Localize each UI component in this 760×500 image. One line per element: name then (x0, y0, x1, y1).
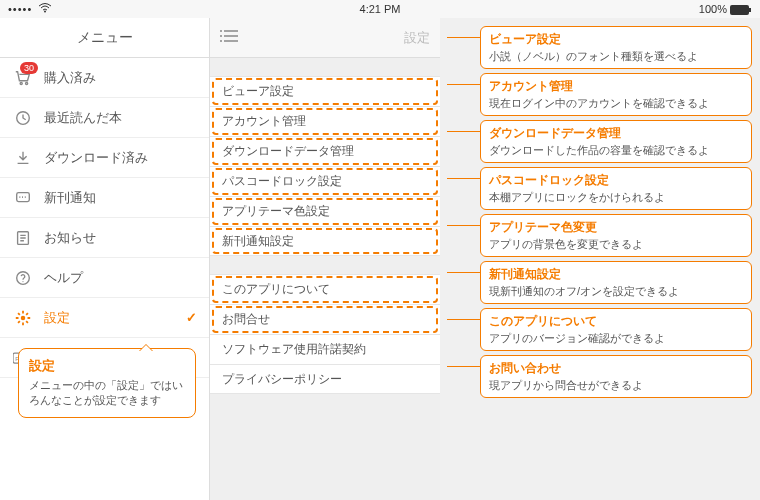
annotation-box: ビューア設定小説（ノベル）のフォント種類を選べるよ (480, 26, 752, 69)
settings-item[interactable]: 新刊通知設定 (210, 226, 440, 256)
settings-item[interactable]: アカウント管理 (210, 106, 440, 136)
settings-item[interactable]: ビューア設定 (210, 76, 440, 106)
settings-item[interactable]: プライバシーポリシー (210, 364, 440, 394)
sidebar-item-3[interactable]: 新刊通知 (0, 178, 209, 218)
sidebar-item-4[interactable]: お知らせ (0, 218, 209, 258)
annotation-title: アプリテーマ色変更 (489, 219, 743, 236)
wifi-icon (38, 3, 52, 15)
svg-point-3 (20, 82, 22, 84)
sidebar-title: メニュー (0, 18, 209, 58)
annotation-desc: 現在ログイン中のアカウントを確認できるよ (489, 96, 743, 111)
annotation-title: ダウンロードデータ管理 (489, 125, 743, 142)
annotation-desc: 現新刊通知のオフ/オンを設定できるよ (489, 284, 743, 299)
sidebar-item-0[interactable]: 購入済み30 (0, 58, 209, 98)
clock-icon (12, 109, 34, 127)
svg-point-0 (44, 11, 46, 13)
annotation-box: このアプリについてアプリのバージョン確認ができるよ (480, 308, 752, 351)
svg-point-18 (220, 40, 222, 42)
settings-callout: 設定 メニューの中の「設定」ではいろんなことが設定できます (18, 348, 196, 418)
signal-dots-icon: ••••• (8, 3, 32, 15)
annotation-box: パスコードロック設定本棚アプリにロックをかけられるよ (480, 167, 752, 210)
chat-icon (12, 189, 34, 207)
sidebar-item-label: 最近読んだ本 (44, 109, 122, 127)
svg-rect-1 (730, 5, 749, 15)
settings-item[interactable]: お問合せ (210, 304, 440, 334)
settings-item[interactable]: ソフトウェア使用許諾契約 (210, 334, 440, 364)
settings-title: 設定 (404, 29, 430, 47)
svg-point-10 (21, 315, 26, 320)
annotation-desc: 現アプリから問合せができるよ (489, 378, 743, 393)
annotation-desc: ダウンロードした作品の容量を確認できるよ (489, 143, 743, 158)
annotation-desc: 本棚アプリにロックをかけられるよ (489, 190, 743, 205)
annotation-box: アプリテーマ色変更アプリの背景色を変更できるよ (480, 214, 752, 257)
svg-point-9 (22, 281, 23, 282)
sidebar-item-label: 設定 (44, 309, 70, 327)
annotation-title: ビューア設定 (489, 31, 743, 48)
callout-desc: メニューの中の「設定」ではいろんなことが設定できます (29, 378, 185, 409)
sidebar: メニュー 購入済み30最近読んだ本ダウンロード済み新刊通知お知らせヘルプ設定✓F… (0, 18, 210, 500)
badge: 30 (20, 62, 38, 74)
clock-text: 4:21 PM (360, 3, 401, 15)
check-icon: ✓ (186, 310, 197, 325)
svg-point-16 (220, 30, 222, 32)
status-bar: ••••• 4:21 PM 100% (0, 0, 760, 18)
annotation-desc: アプリの背景色を変更できるよ (489, 237, 743, 252)
annotation-desc: アプリのバージョン確認ができるよ (489, 331, 743, 346)
help-icon (12, 269, 34, 287)
sidebar-item-2[interactable]: ダウンロード済み (0, 138, 209, 178)
settings-panel: 設定 ビューア設定アカウント管理ダウンロードデータ管理パスコードロック設定アプリ… (210, 18, 440, 500)
svg-rect-2 (749, 8, 751, 12)
callout-title: 設定 (29, 357, 185, 375)
annotation-box: お問い合わせ現アプリから問合せができるよ (480, 355, 752, 398)
sidebar-item-6[interactable]: 設定✓ (0, 298, 209, 338)
gear-icon (12, 309, 34, 327)
sidebar-item-5[interactable]: ヘルプ (0, 258, 209, 298)
settings-item[interactable]: アプリテーマ色設定 (210, 196, 440, 226)
annotations-panel: ビューア設定小説（ノベル）のフォント種類を選べるよアカウント管理現在ログイン中の… (440, 18, 760, 500)
settings-item[interactable]: パスコードロック設定 (210, 166, 440, 196)
svg-point-4 (26, 82, 28, 84)
settings-item[interactable]: ダウンロードデータ管理 (210, 136, 440, 166)
annotation-box: ダウンロードデータ管理ダウンロードした作品の容量を確認できるよ (480, 120, 752, 163)
sidebar-item-1[interactable]: 最近読んだ本 (0, 98, 209, 138)
settings-item[interactable]: このアプリについて (210, 274, 440, 304)
battery-text: 100% (699, 3, 752, 15)
annotation-title: お問い合わせ (489, 360, 743, 377)
annotation-title: 新刊通知設定 (489, 266, 743, 283)
sidebar-item-label: お知らせ (44, 229, 96, 247)
annotation-title: アカウント管理 (489, 78, 743, 95)
settings-header: 設定 (210, 18, 440, 58)
sidebar-item-label: ダウンロード済み (44, 149, 148, 167)
sidebar-item-label: 購入済み (44, 69, 96, 87)
list-icon[interactable] (220, 29, 238, 46)
annotation-desc: 小説（ノベル）のフォント種類を選べるよ (489, 49, 743, 64)
annotation-box: 新刊通知設定現新刊通知のオフ/オンを設定できるよ (480, 261, 752, 304)
annotation-title: パスコードロック設定 (489, 172, 743, 189)
annotation-title: このアプリについて (489, 313, 743, 330)
download-icon (12, 149, 34, 167)
note-icon (12, 229, 34, 247)
sidebar-item-label: ヘルプ (44, 269, 83, 287)
svg-point-17 (220, 35, 222, 37)
sidebar-item-label: 新刊通知 (44, 189, 96, 207)
annotation-box: アカウント管理現在ログイン中のアカウントを確認できるよ (480, 73, 752, 116)
